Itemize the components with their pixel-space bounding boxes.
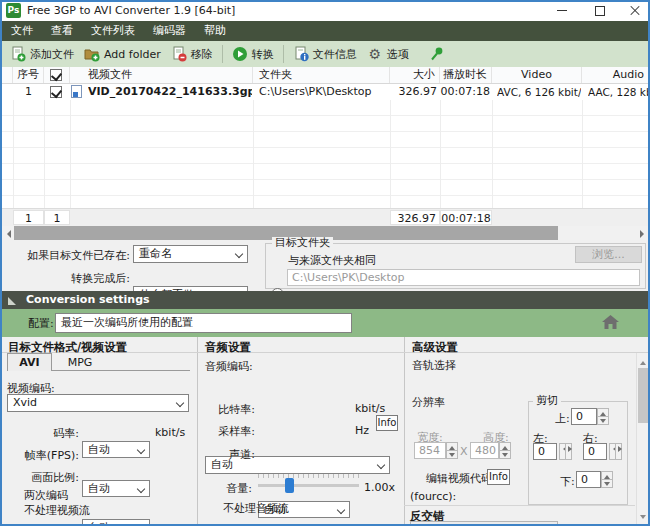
tab-avi[interactable]: AVI <box>7 353 52 371</box>
add-folder-button[interactable]: Add folder <box>79 44 166 64</box>
file-info-icon <box>293 46 309 62</box>
fps-combobox[interactable]: 自动 <box>82 480 150 497</box>
crop-bottom-spinbox[interactable]: 0 <box>576 471 601 488</box>
volume-label: 音量: <box>175 481 252 496</box>
video-bitrate-label: 码率: <box>0 426 79 441</box>
height-spinner <box>499 442 511 459</box>
file-table-header: 序号 视频文件 文件夹 大小 播放时长 Video Audio <box>0 67 650 84</box>
tab-mpg[interactable]: MPG <box>55 354 105 370</box>
title-bar: Ps Free 3GP to AVI Converter 1.9 [64-bit… <box>0 0 650 21</box>
menu-file[interactable]: 文件 <box>2 21 42 41</box>
menu-filelist[interactable]: 文件列表 <box>82 21 144 41</box>
width-spinbox: 854 <box>414 442 446 459</box>
col-duration[interactable]: 播放时长 <box>440 67 492 83</box>
summary-total-duration: 00:07:18 <box>440 210 492 225</box>
browse-button: 浏览... <box>575 246 642 263</box>
video-codec-combobox[interactable]: Xvid <box>7 394 189 412</box>
add-folder-label: Add folder <box>104 48 161 61</box>
file-info-button[interactable]: 文件信息 <box>288 44 362 64</box>
vertical-scrollbar[interactable] <box>636 353 650 526</box>
row-index: 1 <box>13 84 44 100</box>
width-spinner <box>446 442 458 459</box>
row-folder: C:\Users\PK\Desktop <box>259 84 389 100</box>
options-gear-icon: ⚙ <box>367 46 383 62</box>
profile-combobox[interactable]: 最近一次编码所使用的配置 <box>55 313 352 333</box>
minimize-button[interactable] <box>545 0 579 21</box>
scroll-left-icon[interactable] <box>3 230 11 238</box>
select-all-checkbox[interactable] <box>50 69 62 81</box>
convert-button[interactable]: 转换 <box>227 44 279 64</box>
scroll-right-icon[interactable] <box>640 230 648 238</box>
col-audio[interactable]: Audio <box>582 67 650 83</box>
vertical-scroll-thumb[interactable] <box>638 368 650 423</box>
remove-file-icon <box>171 46 187 62</box>
menu-view[interactable]: 查看 <box>42 21 82 41</box>
aspect-label: 画面比例: <box>0 470 79 485</box>
crop-label: 剪切 <box>533 395 561 407</box>
close-button[interactable] <box>618 0 650 21</box>
channels-label: 声道: <box>175 447 255 462</box>
two-pass-label: 两次编码 <box>24 488 68 503</box>
add-file-label: 添加文件 <box>30 47 74 62</box>
if-exists-combobox[interactable]: 重命名 <box>133 245 248 263</box>
col-video[interactable]: Video <box>492 67 582 83</box>
copy-video-label: 不处理视频流 <box>24 503 90 518</box>
volume-ticks <box>258 474 359 478</box>
edit-fourcc-label: 编辑视频代码 <box>426 471 492 486</box>
options-label: 选项 <box>387 47 409 62</box>
row-video-info: AVC, 6 126 kbit/s, 1 ... <box>497 84 581 100</box>
crop-bottom-spinner[interactable] <box>601 471 613 488</box>
file-info-label: 文件信息 <box>313 47 357 62</box>
summary-checked-count: 1 <box>44 210 70 225</box>
aspect-combobox[interactable]: 自动 <box>82 519 150 526</box>
crop-bottom-label: 下: <box>560 474 575 489</box>
chevron-down-icon <box>337 506 345 514</box>
menu-encoders[interactable]: 编码器 <box>144 21 195 41</box>
chevron-down-icon <box>137 485 145 493</box>
audio-info-button[interactable]: Info <box>376 415 398 431</box>
col-size[interactable]: 大小 <box>390 67 440 83</box>
toolbar: 添加文件 Add folder 移除 转换 文件信息 <box>0 41 650 67</box>
crop-top-spinbox[interactable]: 0 <box>571 408 597 425</box>
volume-slider-thumb[interactable] <box>285 478 294 493</box>
row-filename: VID_20170422_141633.3gp <box>88 84 252 100</box>
audio-codec-label: 音频编码: <box>205 359 253 374</box>
maximize-button[interactable] <box>582 0 616 21</box>
file-table-grid[interactable] <box>0 100 650 208</box>
fourcc-info-button[interactable]: Info <box>487 469 510 485</box>
row-checkbox[interactable] <box>50 86 62 98</box>
conversion-settings-header[interactable]: Conversion settings <box>0 291 650 309</box>
chevron-down-icon <box>377 461 385 469</box>
toolbar-separator <box>283 45 284 63</box>
video-bitrate-combobox[interactable]: 自动 <box>82 441 150 458</box>
volume-slider[interactable] <box>258 484 359 487</box>
crop-top-spinner[interactable] <box>597 408 609 425</box>
menu-bar: 文件 查看 文件列表 编码器 帮助 <box>0 21 650 41</box>
row-duration: 00:07:18 <box>440 84 490 100</box>
summary-count: 1 <box>13 210 44 225</box>
audio-bitrate-label: 比特率: <box>175 402 255 417</box>
fps-label: 帧率(FPS): <box>0 448 79 463</box>
col-checkbox[interactable] <box>44 67 70 83</box>
crop-right-spinbox[interactable]: 0 <box>583 443 607 460</box>
convert-label: 转换 <box>252 47 274 62</box>
conversion-settings-title: Conversion settings <box>26 293 150 306</box>
col-folder[interactable]: 文件夹 <box>253 67 390 83</box>
row-size: 326.97 MB <box>390 84 437 100</box>
table-row[interactable]: 1 VID_20170422_141633.3gp C:\Users\PK\De… <box>0 84 650 100</box>
remove-button[interactable]: 移除 <box>166 44 218 64</box>
output-options: 如果目标文件已存在: 重命名 转换完成后: 什么都不做 目标文件夹 与来源文件夹… <box>0 240 650 291</box>
pin-on-top-button[interactable] <box>424 44 450 64</box>
same-folder-label: 与来源文件夹相同 <box>288 253 376 268</box>
menu-help[interactable]: 帮助 <box>195 21 235 41</box>
col-index[interactable]: 序号 <box>13 67 44 83</box>
custom-folder-path[interactable]: C:\Users\PK\Desktop <box>287 269 640 286</box>
add-file-button[interactable]: 添加文件 <box>5 44 79 64</box>
target-folder-title: 目标文件夹 <box>272 237 333 249</box>
deinterlace-combobox-partial[interactable] <box>410 521 558 526</box>
options-button[interactable]: ⚙ 选项 <box>362 44 414 64</box>
col-file[interactable]: 视频文件 <box>70 67 253 83</box>
fps-value: 自动 <box>88 482 110 495</box>
crop-left-spinbox[interactable]: 0 <box>533 443 557 460</box>
col-state <box>0 67 13 83</box>
